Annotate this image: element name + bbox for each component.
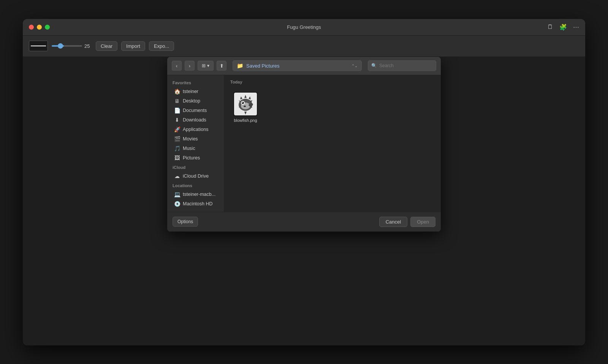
laptop-icon: 💻 (174, 191, 180, 197)
sidebar-item-pictures-label: Pictures (183, 155, 200, 161)
pictures-icon: 🖼 (174, 155, 180, 161)
applications-icon: 🚀 (174, 126, 180, 132)
window-title: Fugu Greetings (287, 24, 321, 30)
svg-point-12 (242, 102, 244, 104)
import-button[interactable]: Import (121, 41, 145, 51)
locations-label: Locations (167, 181, 224, 189)
sidebar-item-applications[interactable]: 🚀 Applications (169, 125, 222, 134)
today-header: Today (230, 80, 435, 86)
title-bar: Fugu Greetings 🗒 🧩 ⋯ (23, 19, 585, 36)
sidebar-item-downloads[interactable]: ⬇ Downloads (169, 115, 222, 124)
search-box[interactable]: 🔍 (368, 60, 436, 71)
location-dropdown[interactable]: 📁 Saved Pictures ⌃⌄ (233, 60, 362, 71)
search-icon: 🔍 (371, 63, 377, 68)
footer-buttons: Cancel Open (379, 217, 435, 227)
sidebar-item-music-label: Music (183, 146, 195, 151)
clear-button[interactable]: Clear (96, 41, 117, 51)
forward-button[interactable]: › (185, 61, 195, 71)
sidebar-item-tsteiner-macb-label: tsteiner-macb... (183, 192, 215, 197)
main-content: ‹ › ⊞ ▾ ⬆ 📁 Saved Pictures ⌃⌄ 🔍 (23, 57, 585, 345)
icloud-label: iCloud (167, 163, 224, 171)
music-icon: 🎵 (174, 145, 180, 151)
file-name: blowfish.png (234, 118, 257, 123)
view-toggle-button[interactable]: ⊞ ▾ (198, 61, 214, 71)
search-input[interactable] (379, 63, 433, 68)
grid-view-icon: ⊞ (202, 63, 206, 68)
sidebar-item-icloud-drive[interactable]: ☁ iCloud Drive (169, 172, 222, 181)
blowfish-image (234, 93, 257, 115)
options-button[interactable]: Options (173, 217, 198, 227)
movies-icon: 🎬 (174, 136, 180, 142)
more-icon[interactable]: ⋯ (573, 24, 579, 31)
documents-icon: 📄 (174, 107, 180, 113)
sidebar-item-tsteiner-label: tsteiner (183, 89, 198, 94)
sidebar-item-documents[interactable]: 📄 Documents (169, 106, 222, 115)
location-label: Saved Pictures (246, 63, 279, 69)
dialog-body: Favorites 🏠 tsteiner 🖥 Desktop 📄 Documen… (167, 75, 441, 212)
slider-value: 25 (84, 43, 92, 49)
dropdown-chevron-icon: ⌃⌄ (352, 64, 358, 68)
file-thumbnail (233, 92, 258, 116)
file-item-blowfish[interactable]: blowfish.png (230, 90, 261, 125)
document-icon[interactable]: 🗒 (547, 24, 553, 30)
sidebar-item-desktop[interactable]: 🖥 Desktop (169, 96, 222, 106)
sidebar-item-pictures[interactable]: 🖼 Pictures (169, 153, 222, 162)
cloud-icon: ☁ (174, 173, 180, 179)
dialog-toolbar: ‹ › ⊞ ▾ ⬆ 📁 Saved Pictures ⌃⌄ 🔍 (167, 57, 441, 75)
sidebar-item-movies[interactable]: 🎬 Movies (169, 134, 222, 143)
home-icon: 🏠 (174, 88, 180, 95)
cancel-button[interactable]: Cancel (379, 217, 407, 227)
favorites-label: Favorites (167, 78, 224, 87)
desktop-icon: 🖥 (174, 98, 180, 104)
sidebar-item-macintosh-hd[interactable]: 💿 Macintosh HD (169, 199, 222, 208)
open-button[interactable]: Open (410, 217, 435, 227)
file-area: Today (224, 75, 441, 212)
file-dialog: ‹ › ⊞ ▾ ⬆ 📁 Saved Pictures ⌃⌄ 🔍 (167, 57, 441, 232)
sidebar-item-music[interactable]: 🎵 Music (169, 144, 222, 153)
back-button[interactable]: ‹ (172, 61, 182, 71)
sidebar-item-documents-label: Documents (183, 108, 207, 113)
sidebar-item-desktop-label: Desktop (183, 98, 200, 104)
svg-point-14 (244, 106, 246, 107)
sidebar: Favorites 🏠 tsteiner 🖥 Desktop 📄 Documen… (167, 75, 224, 212)
toolbar: 25 Clear Import Expo... (23, 36, 585, 57)
maximize-button[interactable] (45, 25, 50, 30)
size-slider[interactable] (52, 45, 82, 47)
app-window: Fugu Greetings 🗒 🧩 ⋯ 25 Clear Import Exp… (23, 19, 585, 345)
downloads-icon: ⬇ (174, 117, 180, 123)
files-grid: blowfish.png (230, 90, 435, 125)
sidebar-item-macintosh-hd-label: Macintosh HD (183, 201, 213, 206)
folder-up-button[interactable]: ⬆ (217, 61, 226, 71)
sidebar-item-tsteiner[interactable]: 🏠 tsteiner (169, 87, 222, 96)
hd-icon: 💿 (174, 201, 180, 207)
sidebar-item-tsteiner-macb[interactable]: 💻 tsteiner-macb... (169, 190, 222, 199)
export-button[interactable]: Expo... (149, 41, 174, 51)
size-slider-container: 25 (52, 43, 92, 49)
traffic-lights (29, 25, 50, 30)
brush-preview (29, 41, 48, 51)
puzzle-icon[interactable]: 🧩 (559, 24, 567, 31)
close-button[interactable] (29, 25, 34, 30)
svg-point-13 (242, 102, 243, 103)
folder-icon: 📁 (237, 63, 243, 69)
sidebar-item-icloud-label: iCloud Drive (183, 173, 209, 179)
brush-line (31, 46, 46, 46)
minimize-button[interactable] (37, 25, 42, 30)
dialog-footer: Options Cancel Open (167, 212, 441, 232)
sidebar-item-movies-label: Movies (183, 136, 198, 142)
title-bar-right: 🗒 🧩 ⋯ (547, 24, 579, 31)
sidebar-item-applications-label: Applications (183, 127, 208, 132)
chevron-down-icon: ▾ (207, 63, 209, 68)
sidebar-item-downloads-label: Downloads (183, 117, 206, 123)
